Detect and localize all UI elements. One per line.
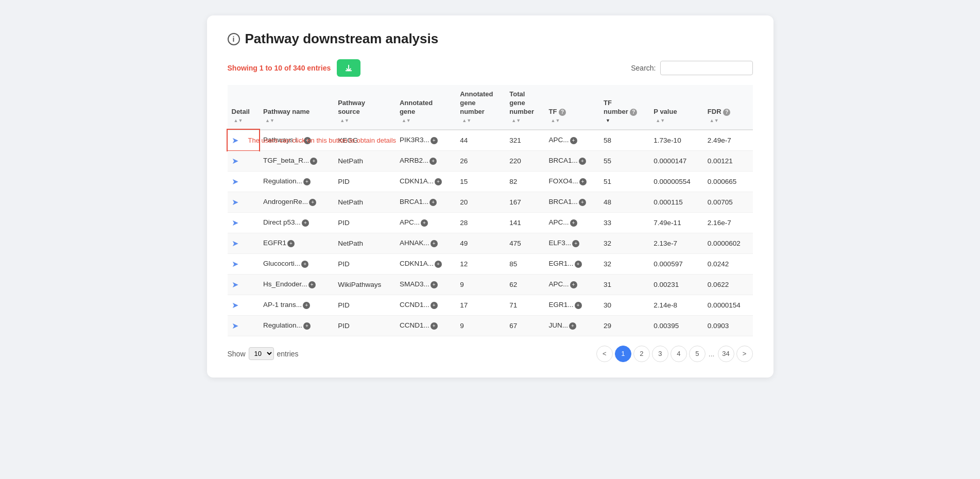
sort-icon[interactable]: ▲▼ [511,118,521,123]
sort-icon[interactable]: ▲▼ [234,118,243,123]
sort-icon[interactable]: ▲▼ [340,118,349,123]
info-dot-icon[interactable]: + [431,302,438,309]
info-dot-icon[interactable]: + [431,137,438,144]
page-button-3[interactable]: 3 [652,346,668,362]
info-dot-icon[interactable]: + [435,178,442,185]
table-cell: Regulation...+ [259,171,334,192]
info-dot-icon[interactable]: + [303,322,311,330]
info-dot-icon[interactable]: + [570,137,577,144]
table-row: ➤Regulation...+PIDCCND1...+967JUN...+290… [228,315,753,336]
table-cell: AndrogenRe...+ [259,192,334,212]
col-total-gene-number: Totalgenenumber ▲▼ [505,85,544,130]
info-dot-icon[interactable]: + [431,281,438,288]
table-cell: Hs_Endoder...+ [259,274,334,295]
page-button-2[interactable]: 2 [633,346,650,362]
sort-icon[interactable]: ▲▼ [462,118,471,123]
fdr-help-icon[interactable]: ? [723,109,730,116]
table-cell: 9 [456,315,505,336]
info-dot-icon[interactable]: + [421,219,428,227]
col-p-value: P value ▲▼ [649,85,703,130]
info-dot-icon[interactable]: + [308,281,316,288]
detail-nav-icon[interactable]: ➤ [232,238,238,248]
info-dot-icon[interactable]: + [575,302,582,309]
info-dot-icon[interactable]: + [301,261,308,268]
detail-nav-icon[interactable]: ➤ [232,300,238,310]
info-dot-icon[interactable]: + [575,261,582,268]
info-dot-icon[interactable]: + [287,240,295,247]
table-cell: KEGG [334,130,396,151]
table-cell: PID [334,315,396,336]
info-dot-icon[interactable]: + [570,281,577,288]
info-dot-icon[interactable]: + [310,158,317,165]
info-dot-icon[interactable]: + [429,158,437,165]
table-cell: 55 [599,150,649,171]
sort-icon[interactable]: ▼ [606,118,610,123]
page-title: i Pathway downstream analysis [228,31,753,47]
detail-nav-icon[interactable]: ➤ [232,218,238,228]
table-cell: 0.0000602 [703,233,753,253]
table-cell: APC...+ [545,274,600,295]
page-button-34[interactable]: 34 [718,346,734,362]
table-cell: 49 [456,233,505,253]
page-button-5[interactable]: 5 [689,346,706,362]
info-dot-icon[interactable]: + [579,199,586,206]
tf-number-help-icon[interactable]: ? [630,109,637,116]
search-input[interactable] [660,61,753,75]
table-cell: 0.0242 [703,253,753,274]
detail-nav-icon[interactable]: ➤ [232,197,238,207]
info-dot-icon[interactable]: + [304,137,311,144]
table-cell: APC...+ [545,212,600,233]
table-cell: 32 [599,253,649,274]
table-cell: 2.13e-7 [649,233,703,253]
tf-help-icon[interactable]: ? [559,109,566,116]
pagination: Show 10 25 50 entries < 1 2 3 4 5 ... 34… [228,346,753,362]
table-cell: PID [334,212,396,233]
sort-icon[interactable]: ▲▼ [265,118,274,123]
info-dot-icon[interactable]: + [569,322,576,330]
detail-nav-icon[interactable]: ➤ [232,156,238,166]
table-row: ➤TGF_beta_R...+NetPathARRB2...+26220BRCA… [228,150,753,171]
next-page-button[interactable]: > [736,346,753,362]
info-dot-icon[interactable]: + [579,178,587,185]
info-dot-icon[interactable]: + [572,240,579,247]
info-dot-icon[interactable]: + [303,302,310,309]
detail-nav-icon[interactable]: ➤ [232,321,238,331]
toolbar-left: Showing 1 to 10 of 340 entries [228,59,361,77]
page-button-4[interactable]: 4 [670,346,687,362]
entries-label: entries [277,350,299,358]
table-cell: 141 [505,212,544,233]
page-button-1[interactable]: 1 [615,346,631,362]
info-dot-icon[interactable]: + [302,219,309,227]
per-page-select[interactable]: 10 25 50 [249,347,274,360]
detail-nav-icon[interactable]: ➤ [232,177,238,186]
table-cell: 0.000597 [649,253,703,274]
table-cell: 17 [456,295,505,315]
info-dot-icon[interactable]: + [303,178,311,185]
detail-nav-icon[interactable]: ➤ [232,259,238,269]
table-cell: 0.000115 [649,192,703,212]
table-cell: SMAD3...+ [396,274,456,295]
detail-nav-icon[interactable]: ➤ [232,135,238,145]
info-dot-icon[interactable]: + [579,158,586,165]
download-button[interactable] [337,59,360,77]
info-dot-icon[interactable]: + [570,219,577,227]
info-dot-icon[interactable]: + [309,199,316,206]
table-cell: Regulation...+ [259,315,334,336]
info-dot-icon[interactable]: + [431,322,438,330]
table-cell: 0.00705 [703,192,753,212]
table-cell: 0.00231 [649,274,703,295]
show-entries: Show 10 25 50 entries [228,347,299,360]
table-cell: 26 [456,150,505,171]
table-row: ➤Hs_Endoder...+WikiPathwaysSMAD3...+962A… [228,274,753,295]
info-dot-icon[interactable]: + [431,240,438,247]
table-cell: 82 [505,171,544,192]
sort-icon[interactable]: ▲▼ [710,118,719,123]
sort-icon[interactable]: ▲▼ [656,118,665,123]
sort-icon[interactable]: ▲▼ [551,118,560,123]
sort-icon[interactable]: ▲▼ [402,118,411,123]
prev-page-button[interactable]: < [596,346,613,362]
info-dot-icon[interactable]: + [435,261,442,268]
info-dot-icon[interactable]: + [429,199,437,206]
table-row: ➤AP-1 trans...+PIDCCND1...+1771EGR1...+3… [228,295,753,315]
detail-nav-icon[interactable]: ➤ [232,280,238,289]
